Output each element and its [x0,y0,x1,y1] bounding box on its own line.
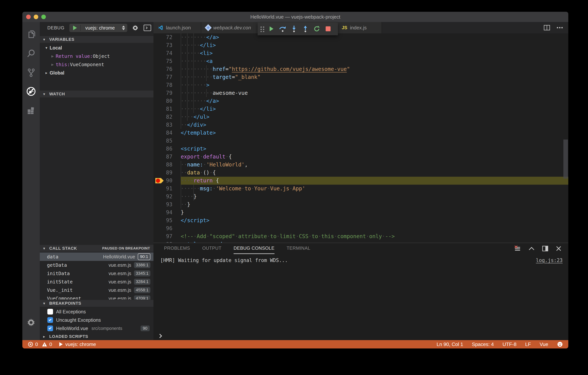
start-debug-button[interactable] [73,26,77,30]
feedback-smiley-icon[interactable] [557,341,563,347]
panel-tab-output[interactable]: OUTPUT [202,243,221,254]
breakpoint-item[interactable]: HelloWorld.vuesrc/components90 [40,324,153,332]
call-stack-section-header[interactable]: ▾ CALL STACK PAUSED ON BREAKPOINT [40,244,153,252]
line-number-gutter[interactable]: 91 [153,185,181,193]
line-number-gutter[interactable]: 80 [153,97,181,105]
debug-console-output[interactable]: [HMR] Waiting for update signal from WDS… [153,254,568,341]
call-stack-frame[interactable]: getDatavue.esm.js3386:1 [40,261,153,269]
indentation-setting[interactable]: Spaces: 4 [472,342,494,347]
code-editor[interactable]: 72········</a>73······</li>74······<li>7… [153,33,568,243]
step-over-button[interactable] [278,24,288,34]
code-line[interactable]: 97<!--·Add·"scoped"·attribute·to·limit·C… [153,232,568,240]
problems-status[interactable]: 0 0 [28,342,52,347]
code-line[interactable]: 78········> [153,81,568,89]
code-line[interactable]: 82····</ul> [153,113,568,121]
step-out-button[interactable] [300,24,310,34]
variables-scope-global[interactable]: ▸Global [40,69,153,77]
line-number-gutter[interactable]: 76 [153,65,181,73]
line-number-gutter[interactable]: 89 [153,169,181,177]
panel-tab-debug-console[interactable]: DEBUG CONSOLE [234,243,274,254]
source-control-icon[interactable] [22,63,40,82]
breakpoint-item[interactable]: Uncaught Exceptions [40,316,153,324]
restart-button[interactable] [312,24,322,34]
language-mode[interactable]: Vue [540,342,548,347]
launch-config-select[interactable]: vuejs: chrome [83,25,120,31]
breakpoint-paused-icon[interactable] [155,178,164,183]
minimize-window-button[interactable] [34,15,38,19]
line-number-gutter[interactable]: 79 [153,89,181,97]
line-number-gutter[interactable]: 96 [153,224,181,232]
panel-tab-problems[interactable]: PROBLEMS [164,243,190,254]
split-editor-icon[interactable] [544,25,550,31]
encoding-setting[interactable]: UTF-8 [503,342,517,347]
variables-section-header[interactable]: ▾ VARIABLES [40,36,153,43]
code-line[interactable]: 92····} [153,193,568,201]
editor-scrollbar[interactable] [563,140,568,179]
code-line[interactable]: 80········</a> [153,97,568,105]
code-line[interactable]: 72········</a> [153,33,568,41]
variables-scope-local[interactable]: ▾Local [40,44,153,52]
code-line[interactable]: 84</template> [153,129,568,137]
line-number-gutter[interactable]: 97 [153,232,181,240]
code-line[interactable]: 85 [153,137,568,145]
gear-icon[interactable] [22,317,40,328]
eol-setting[interactable]: LF [525,342,531,347]
tab-launch-json[interactable]: launch.json [153,22,201,33]
active-debug-session[interactable]: vuejs: chrome [65,342,96,347]
configure-gear-icon[interactable] [131,24,139,32]
line-number-gutter[interactable]: 81 [153,105,181,113]
code-line[interactable]: 76··········href="https://github.com/vue… [153,65,568,73]
loaded-scripts-section-header[interactable]: ▸ LOADED SCRIPTS [40,333,153,340]
search-icon[interactable] [22,44,40,63]
call-stack-frame[interactable]: initStatevue.esm.js3284:1 [40,277,153,286]
panel-tab-terminal[interactable]: TERMINAL [287,243,310,254]
breakpoint-item[interactable]: All Exceptions [40,308,153,316]
split-panel-icon[interactable] [542,246,548,251]
cursor-position[interactable]: Ln 90, Col 1 [437,342,463,347]
line-number-gutter[interactable]: 77 [153,73,181,81]
watch-section-header[interactable]: ▾ WATCH [40,90,153,98]
code-line[interactable]: 83··</div> [153,121,568,129]
line-number-gutter[interactable]: 73 [153,41,181,49]
breakpoint-checkbox[interactable] [47,309,53,315]
call-stack-frame[interactable]: VueComponentvue.esm.js4709:1 [40,294,153,299]
debug-icon[interactable] [22,82,40,101]
code-line[interactable]: 89··data·()·{ [153,169,568,177]
code-line[interactable]: 86<script> [153,145,568,153]
debug-play-icon[interactable] [59,342,63,346]
close-panel-icon[interactable] [556,246,561,251]
extensions-icon[interactable] [22,101,40,120]
line-number-gutter[interactable]: 78 [153,81,181,89]
line-number-gutter[interactable]: 75 [153,57,181,65]
console-input-prompt-icon[interactable] [158,334,162,338]
variable-item[interactable]: ▹this: VueComponent [40,60,153,69]
code-line[interactable]: 81······</li> [153,105,568,113]
line-number-gutter[interactable]: 88 [153,161,181,169]
call-stack-frame[interactable]: initDatavue.esm.js3345:1 [40,269,153,277]
line-number-gutter[interactable]: 98 [153,240,181,243]
select-arrows-icon[interactable] [122,26,125,30]
line-number-gutter[interactable]: 83 [153,121,181,129]
code-line[interactable]: 93··} [153,201,568,209]
code-line[interactable]: 95</script> [153,217,568,224]
step-into-button[interactable] [289,24,299,34]
zoom-window-button[interactable] [41,15,46,19]
open-debug-console-icon[interactable] [144,25,151,31]
code-line[interactable]: 96 [153,224,568,232]
line-number-gutter[interactable]: 82 [153,113,181,121]
variable-item[interactable]: ▹Return value: Object [40,52,153,60]
line-number-gutter[interactable]: 93 [153,201,181,209]
code-line[interactable]: 91······msg:·'Welcome·to·Your·Vue.js·App… [153,185,568,193]
console-source-link[interactable]: log.js:23 [536,257,563,263]
code-line[interactable]: 94} [153,209,568,217]
line-number-gutter[interactable]: 87 [153,153,181,161]
close-window-button[interactable] [26,15,31,19]
line-number-gutter[interactable]: 86 [153,145,181,153]
breakpoint-checkbox[interactable] [47,326,53,331]
breakpoint-checkbox[interactable] [47,317,53,323]
line-number-gutter[interactable]: 90 [153,177,181,185]
breakpoints-section-header[interactable]: ▾ BREAKPOINTS [40,299,153,307]
line-number-gutter[interactable]: 74 [153,49,181,57]
code-line[interactable]: 90····return·{ [153,177,568,185]
more-actions-icon[interactable] [556,27,563,29]
